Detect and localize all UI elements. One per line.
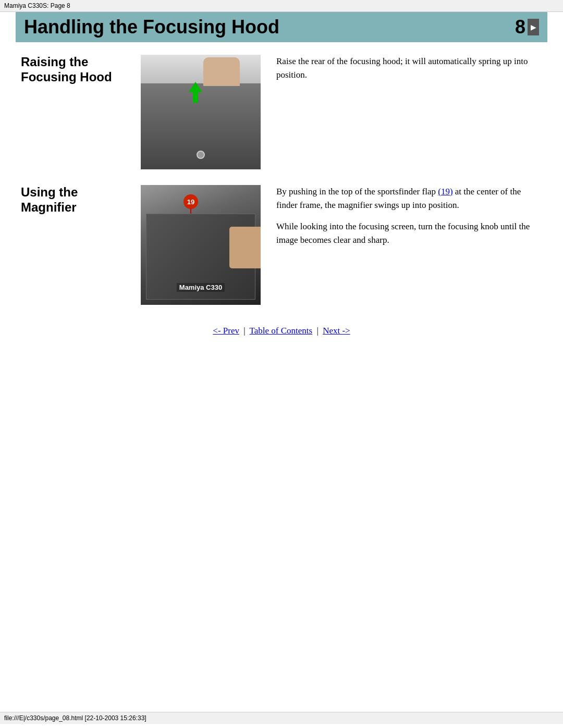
page-number: 8 — [515, 16, 525, 38]
content-area: Raising the Focusing Hood — [16, 55, 547, 336]
section2-image: 19 Mamiya C330 — [141, 185, 261, 305]
section2-title: Using the Magnifier — [21, 185, 141, 215]
separator1: | — [243, 326, 245, 336]
section1-title: Raising the Focusing Hood — [21, 55, 141, 85]
browser-title: Mamiya C330S: Page 8 — [0, 0, 563, 12]
footer: file:///E|/c330s/page_08.html [22-10-200… — [0, 712, 563, 724]
next-link[interactable]: Next -> — [323, 326, 350, 336]
section2-desc-p2: While looking into the focusing screen, … — [276, 220, 542, 246]
next-page-button[interactable]: ▶ — [528, 19, 539, 35]
section2-image-container: 19 Mamiya C330 — [141, 185, 261, 305]
green-arrow-icon — [188, 82, 203, 103]
header-banner: Handling the Focusing Hood 8 ▶ — [16, 12, 547, 42]
section1-description: Raise the rear of the focusing hood; it … — [276, 55, 542, 81]
section1-desc-text: Raise the rear of the focusing hood; it … — [276, 56, 528, 80]
section2-title-col: Using the Magnifier — [21, 185, 141, 215]
footer-text: file:///E|/c330s/page_08.html [22-10-200… — [4, 714, 146, 722]
link-19[interactable]: (19) — [438, 187, 452, 196]
badge-19: 19 — [183, 194, 198, 209]
navigation-links: <- Prev | Table of Contents | Next -> — [21, 326, 542, 336]
separator2: | — [316, 326, 318, 336]
section1-image — [141, 55, 261, 169]
page-title: Handling the Focusing Hood — [24, 16, 279, 38]
section1-image-container — [141, 55, 261, 169]
section2-desc-p1: By pushing in the top of the sportsfinde… — [276, 185, 542, 212]
page-number-box: 8 ▶ — [515, 16, 539, 38]
prev-link[interactable]: <- Prev — [213, 326, 239, 336]
section1-row: Raising the Focusing Hood — [21, 55, 542, 169]
section2-row: Using the Magnifier 19 M — [21, 185, 542, 305]
section2-description: By pushing in the top of the sportsfinde… — [276, 185, 542, 255]
section1-title-col: Raising the Focusing Hood — [21, 55, 141, 85]
camera-brand-label: Mamiya C330 — [177, 283, 225, 292]
svg-marker-0 — [189, 82, 202, 103]
browser-title-text: Mamiya C330S: Page 8 — [4, 2, 70, 9]
toc-link[interactable]: Table of Contents — [250, 326, 313, 336]
